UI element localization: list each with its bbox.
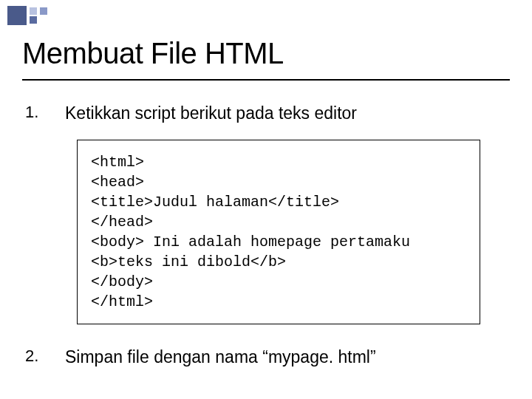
list-number: 2. [22,347,65,366]
code-line: <html> [91,152,466,172]
slide-title: Membuat File HTML [22,37,510,70]
code-line: <head> [91,172,466,192]
title-divider [22,79,510,81]
code-line: <b>teks ini dibold</b> [91,252,466,272]
code-line: </head> [91,212,466,232]
code-line: </html> [91,292,466,312]
list-number: 1. [22,103,65,122]
code-line: <body> Ini adalah homepage pertamaku [91,232,466,252]
slide-decoration [7,6,89,30]
code-line: <title>Judul halaman</title> [91,192,466,212]
list-text: Ketikkan script berikut pada teks editor [65,103,357,125]
slide-content: Membuat File HTML 1. Ketikkan script ber… [0,0,532,369]
list-item: 2. Simpan file dengan nama “mypage. html… [22,347,510,369]
list-item: 1. Ketikkan script berikut pada teks edi… [22,103,510,125]
code-box: <html> <head> <title>Judul halaman</titl… [77,140,480,324]
code-line: </body> [91,272,466,292]
list-text: Simpan file dengan nama “mypage. html” [65,347,376,369]
